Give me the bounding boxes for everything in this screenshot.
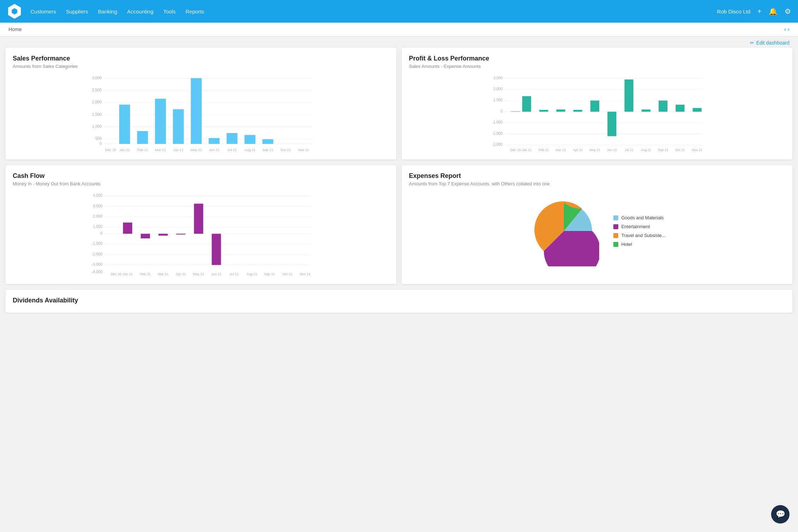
svg-text:0: 0 <box>100 231 103 235</box>
expenses-report-card: Expenses Report Amounts from Top 7 Expen… <box>402 165 792 284</box>
legend-item-goods: Goods and Materials <box>613 215 665 220</box>
svg-rect-21 <box>244 135 255 144</box>
nav-banking[interactable]: Banking <box>98 8 117 15</box>
svg-rect-58 <box>659 100 667 111</box>
svg-text:0: 0 <box>99 141 102 145</box>
svg-rect-93 <box>176 234 185 235</box>
profit-loss-card: Profit & Loss Performance Sales Amounts … <box>402 48 792 160</box>
cashflow-chart-svg: 4,000 3,000 2,000 1,000 0 -1,000 -2,000 … <box>13 192 389 277</box>
legend-item-hotel: Hotel <box>613 242 665 247</box>
breadcrumb-bar: Home ‹ › <box>0 23 798 36</box>
svg-rect-51 <box>539 110 548 112</box>
svg-text:May 21: May 21 <box>589 148 600 152</box>
svg-text:2,000: 2,000 <box>93 214 103 218</box>
svg-text:3,000: 3,000 <box>92 76 102 80</box>
svg-text:Jan 21: Jan 21 <box>522 148 532 152</box>
svg-rect-20 <box>227 133 238 144</box>
dividends-card: Dividends Availability <box>6 290 792 313</box>
nav-right: Rob Disco Ltd + 🔔 ⚙ <box>717 7 791 16</box>
svg-text:Apr 21: Apr 21 <box>173 148 184 152</box>
svg-text:-2,000: -2,000 <box>492 132 503 135</box>
profit-loss-title: Profit & Loss Performance <box>409 55 785 62</box>
svg-text:Sep 21: Sep 21 <box>262 148 274 152</box>
nav-reports[interactable]: Reports <box>186 8 204 15</box>
svg-text:Aug 21: Aug 21 <box>246 272 257 276</box>
svg-text:-3,000: -3,000 <box>492 143 503 146</box>
hotel-swatch <box>613 242 618 247</box>
svg-text:-3,000: -3,000 <box>92 262 103 266</box>
svg-rect-95 <box>212 234 221 265</box>
nav-customers[interactable]: Customers <box>30 8 56 15</box>
svg-text:Aug 21: Aug 21 <box>244 148 256 152</box>
travel-swatch <box>613 233 618 238</box>
nav-accounting[interactable]: Accounting <box>127 8 153 15</box>
breadcrumb-home[interactable]: Home <box>8 27 22 32</box>
nav-suppliers[interactable]: Suppliers <box>66 8 88 15</box>
logo[interactable] <box>7 4 22 19</box>
add-icon[interactable]: + <box>757 7 762 16</box>
svg-rect-18 <box>191 78 202 144</box>
edit-dashboard-label: Edit dashboard <box>756 40 790 46</box>
sales-performance-subtitle: Amounts from Sales Categories <box>13 64 389 69</box>
legend-item-entertainment: Entertainment <box>613 224 665 229</box>
svg-text:0: 0 <box>501 109 503 113</box>
expenses-subtitle: Amounts from Top 7 Expense Accounts, wit… <box>409 181 785 186</box>
svg-rect-15 <box>137 131 148 144</box>
entertainment-label: Entertainment <box>621 224 650 229</box>
profit-loss-chart: 3,000 2,000 1,000 0 -1,000 -2,000 -3,000 <box>409 75 785 152</box>
svg-text:Nov 21: Nov 21 <box>300 272 311 276</box>
svg-text:Nov 21: Nov 21 <box>692 148 702 152</box>
svg-rect-54 <box>590 100 599 111</box>
settings-icon[interactable]: ⚙ <box>785 7 791 16</box>
hotel-label: Hotel <box>621 242 632 247</box>
pencil-icon: ✏ <box>750 40 754 46</box>
svg-text:Jul 21: Jul 21 <box>230 272 239 276</box>
svg-rect-49 <box>511 111 520 112</box>
sales-performance-title: Sales Performance <box>13 55 389 62</box>
svg-rect-14 <box>119 105 130 144</box>
svg-rect-17 <box>173 109 184 144</box>
cash-flow-card: Cash Flow Money In - Money Out from Bank… <box>6 165 396 284</box>
svg-text:Oct 21: Oct 21 <box>282 272 293 276</box>
svg-text:2,500: 2,500 <box>92 88 102 92</box>
sales-performance-chart: 3,000 2,500 2,000 1,500 1,000 500 0 <box>13 75 389 152</box>
svg-text:Feb 21: Feb 21 <box>137 148 148 152</box>
svg-text:500: 500 <box>95 136 102 140</box>
svg-text:Dec 20: Dec 20 <box>110 272 122 276</box>
svg-text:-1,000: -1,000 <box>492 120 503 124</box>
bell-icon[interactable]: 🔔 <box>769 7 777 16</box>
breadcrumb-nav-icon[interactable]: ‹ › <box>784 26 790 33</box>
svg-rect-22 <box>262 139 273 144</box>
svg-rect-52 <box>556 109 565 111</box>
goods-swatch <box>613 215 618 220</box>
svg-text:-1,000: -1,000 <box>92 241 103 245</box>
svg-rect-53 <box>573 110 582 112</box>
svg-rect-90 <box>123 222 132 234</box>
svg-text:Dec 20: Dec 20 <box>105 148 116 152</box>
svg-rect-19 <box>209 138 220 144</box>
svg-text:Nov 21: Nov 21 <box>298 148 310 152</box>
nav-tools[interactable]: Tools <box>163 8 176 15</box>
svg-rect-60 <box>693 108 701 111</box>
entertainment-swatch <box>613 224 618 229</box>
expenses-title: Expenses Report <box>409 172 785 180</box>
svg-text:Jul 21: Jul 21 <box>227 148 237 152</box>
svg-text:Mar 21: Mar 21 <box>556 148 566 152</box>
edit-bar: ✏ Edit dashboard <box>0 36 798 48</box>
edit-dashboard-button[interactable]: ✏ Edit dashboard <box>750 40 790 46</box>
svg-text:Oct 21: Oct 21 <box>675 148 685 152</box>
svg-text:Jun 21: Jun 21 <box>211 272 221 276</box>
svg-rect-56 <box>625 80 634 112</box>
legend-item-travel: Travel and Subsiste... <box>613 233 665 238</box>
navbar: Customers Suppliers Banking Accounting T… <box>0 0 798 23</box>
svg-text:Jun 21: Jun 21 <box>209 148 220 152</box>
svg-text:Mar 21: Mar 21 <box>155 148 166 152</box>
svg-text:-2,000: -2,000 <box>92 252 103 256</box>
svg-text:Apr 21: Apr 21 <box>176 272 186 276</box>
dividends-title: Dividends Availability <box>13 297 785 304</box>
svg-rect-16 <box>155 99 166 144</box>
svg-text:Oct 21: Oct 21 <box>281 148 291 152</box>
svg-text:Sep 21: Sep 21 <box>264 272 275 276</box>
sales-chart-svg: 3,000 2,500 2,000 1,500 1,000 500 0 <box>13 75 389 152</box>
expenses-pie-svg <box>528 196 599 266</box>
